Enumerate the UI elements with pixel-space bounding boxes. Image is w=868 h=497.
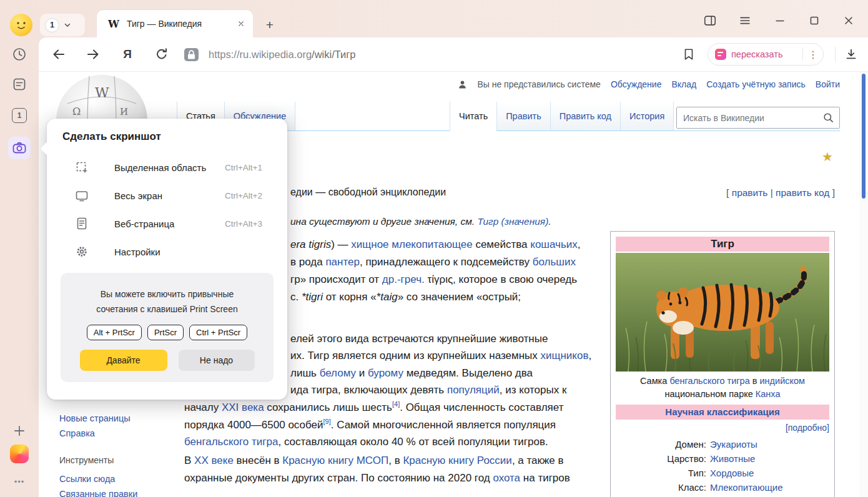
summarize-ai-icon xyxy=(715,49,726,60)
sidebar-more-icon[interactable]: ••• xyxy=(12,474,27,489)
key-prtscr[interactable]: PrtScr xyxy=(147,325,184,340)
classification-header: Научная классификация xyxy=(616,405,829,420)
wiki-search xyxy=(676,107,840,129)
personal-bar: Вы не представились системе Обсуждение В… xyxy=(458,79,840,89)
add-panel-icon[interactable] xyxy=(12,423,27,438)
menu-item-web-page[interactable]: Веб-страница Ctrl+Alt+3 xyxy=(47,210,287,238)
downloads-icon[interactable] xyxy=(844,47,859,62)
watchlist-star-icon[interactable]: ★ xyxy=(822,149,833,164)
article-line: их. Тигр является одним из крупнейших на… xyxy=(290,347,591,365)
tab-history[interactable]: История xyxy=(620,102,674,130)
search-icon[interactable] xyxy=(822,112,835,124)
scrollbar-thumb[interactable] xyxy=(862,74,866,199)
shortcut-label: Ctrl+Alt+1 xyxy=(225,154,262,182)
sidebar-link-related-changes[interactable]: Связанные правки xyxy=(59,489,137,497)
article-line: В XX веке внесён в Красную книгу МСОП, в… xyxy=(184,452,564,470)
back-icon[interactable] xyxy=(51,47,66,62)
taxo-row: Царство:Животные xyxy=(616,451,829,466)
web-page-icon xyxy=(75,217,89,230)
svg-text:Ω: Ω xyxy=(72,106,81,117)
menu-item-full-screen[interactable]: Весь экран Ctrl+Alt+2 xyxy=(47,182,287,210)
article-line: охранные документы других стран. По сост… xyxy=(184,470,570,487)
menu-icon[interactable] xyxy=(738,14,752,27)
page-scrollbar[interactable] xyxy=(859,72,868,497)
tiger-photo[interactable] xyxy=(616,253,829,372)
gear-icon xyxy=(75,245,89,258)
personal-link-contribs[interactable]: Вклад xyxy=(671,79,696,89)
active-tab[interactable]: W Тигр — Википедия xyxy=(97,10,253,37)
sidebar-tools-header: Инструменты xyxy=(59,455,114,465)
menu-item-selected-area[interactable]: Выделенная область Ctrl+Alt+1 xyxy=(47,154,287,182)
forward-icon[interactable] xyxy=(86,47,101,62)
profile-avatar[interactable] xyxy=(10,14,32,36)
summarize-label: пересказать xyxy=(731,49,802,59)
url-path: /wiki/Тигр xyxy=(312,49,355,60)
tabs-panel-icon[interactable]: 1 xyxy=(12,108,27,123)
article-line: бенгальского тигра, составляющая около 4… xyxy=(184,433,548,451)
tab-edit[interactable]: Править xyxy=(496,102,550,130)
menu-item-settings[interactable]: Настройки xyxy=(47,238,287,266)
feed-icon[interactable] xyxy=(12,77,27,92)
accept-button[interactable]: Давайте xyxy=(80,350,167,371)
sidebar-link-what-links-here[interactable]: Ссылки сюда xyxy=(59,474,115,484)
personal-link-create-account[interactable]: Создать учётную запись xyxy=(706,79,806,89)
taxo-value-kingdom[interactable]: Животные xyxy=(710,451,829,466)
taxobox-title: Тигр xyxy=(616,237,829,252)
side-panel-icon[interactable] xyxy=(703,14,717,27)
lock-icon[interactable] xyxy=(184,48,199,61)
taxobox: Тигр xyxy=(610,231,835,497)
url-host: https://ru.wikipedia.org xyxy=(209,49,312,60)
personal-link-talk[interactable]: Обсуждение xyxy=(611,79,662,89)
classification-header-link[interactable]: Научная классификация xyxy=(665,406,779,417)
user-icon xyxy=(458,80,467,89)
taxo-value-class[interactable]: Млекопитающие xyxy=(710,480,829,495)
decline-button[interactable]: Не надо xyxy=(179,350,255,371)
article-line: началу XXI века сохранились лишь шесть[4… xyxy=(184,399,563,416)
wikipedia-favicon: W xyxy=(108,18,119,30)
article-line: порядка 4000—6500 особей[9]. Самой много… xyxy=(184,416,556,434)
shortcut-label: Ctrl+Alt+3 xyxy=(225,210,262,238)
article-line: елей этого вида встречаются крупнейшие ж… xyxy=(290,330,548,348)
tab-read[interactable]: Читать xyxy=(450,102,496,131)
taxo-value-phylum[interactable]: Хордовые xyxy=(710,466,829,480)
tab-title: Тигр — Википедия xyxy=(127,19,237,29)
taxo-row: Домен:Эукариоты xyxy=(616,437,829,451)
history-icon[interactable] xyxy=(12,47,27,62)
new-tab-button[interactable]: + xyxy=(262,17,277,32)
screenshot-tool-icon[interactable] xyxy=(8,137,31,159)
chevron-down-icon xyxy=(63,21,72,29)
url-bar[interactable]: https://ru.wikipedia.org/wiki/Тигр xyxy=(209,37,356,72)
browser-window: 1 W Тигр — Википедия + xyxy=(0,0,868,497)
alice-assistant-icon[interactable] xyxy=(10,445,29,463)
sidebar-link-help[interactable]: Справка xyxy=(59,428,95,438)
toolbar: Я https://ru.wikipedia.org/wiki/Тигр пер… xyxy=(39,37,868,72)
window-close-icon[interactable] xyxy=(842,14,856,27)
tab-group-control[interactable]: 1 xyxy=(40,14,85,36)
shortcut-keys-row: Alt + PrtScr PrtScr Ctrl + PrtScr xyxy=(61,325,274,340)
taxo-row: Класс:Млекопитающие xyxy=(616,480,829,495)
image-caption-line2: национальном парке Канха xyxy=(616,388,829,401)
article-line: лишь белому и бурому медведям. Выделено … xyxy=(290,365,533,382)
details-link[interactable]: [подробно] xyxy=(786,423,829,433)
bookmark-icon[interactable] xyxy=(682,47,697,62)
yandex-search-button[interactable]: Я xyxy=(120,47,135,62)
reload-icon[interactable] xyxy=(154,47,169,62)
window-maximize-icon[interactable] xyxy=(807,14,821,27)
tab-edit-source[interactable]: Править код xyxy=(550,102,620,130)
window-minimize-icon[interactable] xyxy=(773,14,787,27)
svg-text:W: W xyxy=(95,85,109,101)
summarize-options-icon[interactable]: ⋮ xyxy=(803,49,823,61)
key-alt-prtscr[interactable]: Alt + PrtScr xyxy=(87,325,142,340)
sidebar-link-new-pages[interactable]: Новые страницы xyxy=(59,413,131,423)
tab-group-count-badge: 1 xyxy=(45,18,59,32)
full-screen-icon xyxy=(75,189,89,202)
summarize-button[interactable]: пересказать ⋮ xyxy=(708,43,824,66)
section-edit-links[interactable]: [ править | править код ] xyxy=(726,187,835,199)
anon-user-label: Вы не представились системе xyxy=(477,79,600,89)
personal-link-login[interactable]: Войти xyxy=(816,79,840,89)
key-ctrl-prtscr[interactable]: Ctrl + PrtScr xyxy=(189,325,247,340)
tab-close-icon[interactable] xyxy=(237,19,245,28)
taxo-value-domain[interactable]: Эукариоты xyxy=(710,437,829,451)
search-input[interactable] xyxy=(677,107,839,128)
classification-rows: Домен:Эукариоты Царство:Животные Тип:Хор… xyxy=(616,437,829,495)
